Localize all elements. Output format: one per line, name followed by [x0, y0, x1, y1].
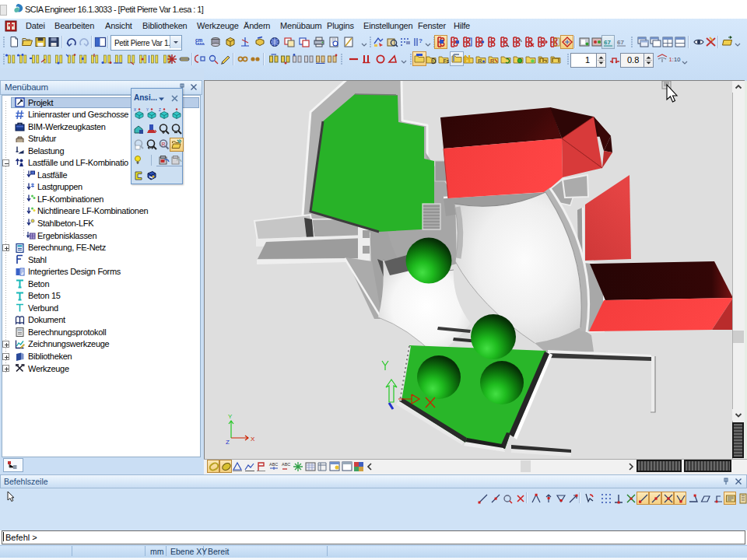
svg-text:X: X: [251, 436, 255, 443]
svg-text:Fs: Fs: [444, 58, 450, 64]
svg-text:X: X: [134, 108, 136, 112]
svg-text:Z: Z: [159, 108, 161, 112]
svg-text:Z: Z: [226, 439, 230, 446]
svg-text:67: 67: [604, 39, 611, 46]
svg-text:1:: 1:: [669, 56, 674, 63]
svg-text:R: R: [162, 142, 166, 147]
svg-text:ABC: ABC: [282, 462, 290, 467]
svg-text:ABC: ABC: [269, 462, 278, 467]
svg-text:10: 10: [674, 56, 680, 63]
svg-text:Y: Y: [228, 413, 233, 420]
svg-text:R: R: [478, 58, 482, 65]
svg-text:Y: Y: [146, 108, 149, 112]
svg-text:cm: cm: [195, 37, 203, 43]
svg-text:?: ?: [419, 37, 423, 44]
svg-text:R: R: [490, 58, 495, 65]
svg-text:67: 67: [617, 39, 624, 46]
